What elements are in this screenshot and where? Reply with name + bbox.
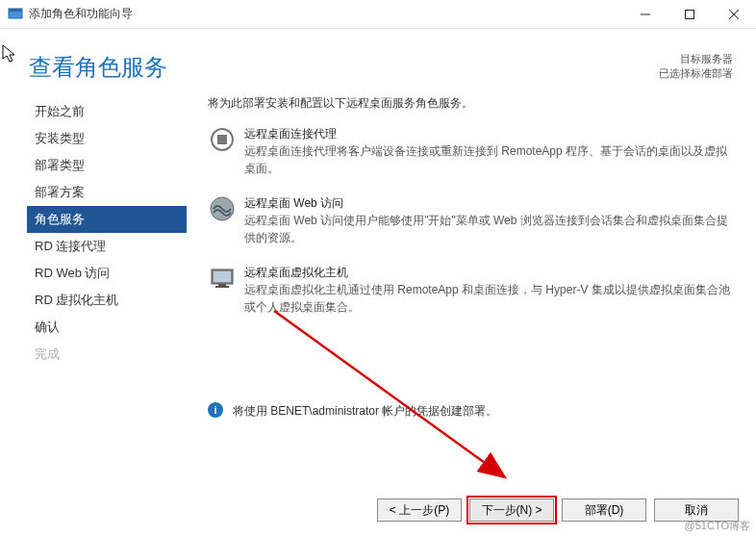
nav-item-6[interactable]: RD Web 访问 [27, 260, 187, 287]
info-text: 将使用 BENET\administrator 帐户的凭据创建部署。 [233, 402, 497, 420]
wizard-header: 查看角色服务 目标服务器 已选择标准部署 [0, 29, 756, 90]
maximize-button[interactable] [668, 0, 712, 29]
watermark: @51CTO博客 [685, 519, 750, 533]
role-item: 远程桌面 Web 访问远程桌面 Web 访问使用户能够使用"开始"菜单或 Web… [208, 194, 733, 246]
target-label: 目标服务器 [659, 52, 733, 66]
info-row: i 将使用 BENET\administrator 帐户的凭据创建部署。 [208, 402, 733, 420]
svg-rect-12 [215, 286, 229, 288]
nav-item-0[interactable]: 开始之前 [27, 98, 187, 125]
nav-item-4[interactable]: 角色服务 [27, 206, 187, 233]
prev-button[interactable]: < 上一步(P) [377, 499, 462, 522]
svg-rect-1 [9, 9, 22, 12]
deploy-button[interactable]: 部署(D) [562, 499, 646, 522]
window-title: 添加角色和功能向导 [29, 6, 623, 22]
role-desc: 远程桌面 Web 访问使用户能够使用"开始"菜单或 Web 浏览器连接到会话集合… [244, 212, 733, 246]
role-list: 远程桌面连接代理远程桌面连接代理将客户端设备连接或重新连接到 RemoteApp… [208, 125, 733, 316]
next-button[interactable]: 下一步(N) > [469, 499, 554, 522]
nav-item-7[interactable]: RD 虚拟化主机 [27, 287, 187, 314]
role-icon [208, 125, 237, 154]
role-text: 远程桌面虚拟化主机远程桌面虚拟化主机通过使用 RemoteApp 和桌面连接，与… [244, 264, 733, 316]
page-title: 查看角色服务 [29, 52, 659, 83]
nav-item-2[interactable]: 部署类型 [27, 152, 187, 179]
svg-rect-7 [217, 135, 227, 144]
nav-item-1[interactable]: 安装类型 [27, 125, 187, 152]
app-icon [8, 7, 23, 22]
role-text: 远程桌面 Web 访问远程桌面 Web 访问使用户能够使用"开始"菜单或 Web… [244, 194, 733, 246]
nav-item-5[interactable]: RD 连接代理 [27, 233, 187, 260]
role-title: 远程桌面连接代理 [244, 125, 733, 142]
role-icon [208, 264, 237, 293]
target-value: 已选择标准部署 [659, 66, 733, 81]
nav-item-9: 完成 [27, 341, 187, 368]
info-icon: i [208, 402, 223, 418]
role-desc: 远程桌面虚拟化主机通过使用 RemoteApp 和桌面连接，与 Hyper-V … [244, 281, 733, 316]
svg-rect-11 [218, 284, 226, 286]
role-text: 远程桌面连接代理远程桌面连接代理将客户端设备连接或重新连接到 RemoteApp… [244, 125, 733, 177]
svg-rect-10 [214, 271, 231, 282]
window-controls [623, 0, 756, 29]
svg-rect-3 [686, 10, 694, 18]
role-icon [208, 194, 237, 223]
role-desc: 远程桌面连接代理将客户端设备连接或重新连接到 RemoteApp 程序、基于会话… [244, 142, 733, 177]
minimize-button[interactable] [623, 0, 668, 29]
role-item: 远程桌面连接代理远程桌面连接代理将客户端设备连接或重新连接到 RemoteApp… [208, 125, 733, 177]
nav-item-8[interactable]: 确认 [27, 314, 187, 341]
close-button[interactable] [712, 0, 756, 29]
role-item: 远程桌面虚拟化主机远程桌面虚拟化主机通过使用 RemoteApp 和桌面连接，与… [208, 264, 733, 316]
wizard-content: 将为此部署安装和配置以下远程桌面服务角色服务。 远程桌面连接代理远程桌面连接代理… [187, 90, 741, 466]
wizard-body: 开始之前安装类型部署类型部署方案角色服务RD 连接代理RD Web 访问RD 虚… [0, 90, 756, 466]
titlebar: 添加角色和功能向导 [0, 0, 756, 29]
wizard-nav: 开始之前安装类型部署类型部署方案角色服务RD 连接代理RD Web 访问RD 虚… [27, 90, 187, 466]
intro-text: 将为此部署安装和配置以下远程桌面服务角色服务。 [208, 94, 733, 112]
target-info: 目标服务器 已选择标准部署 [659, 52, 733, 82]
nav-item-3[interactable]: 部署方案 [27, 179, 187, 206]
role-title: 远程桌面虚拟化主机 [244, 264, 733, 281]
role-title: 远程桌面 Web 访问 [244, 194, 733, 212]
